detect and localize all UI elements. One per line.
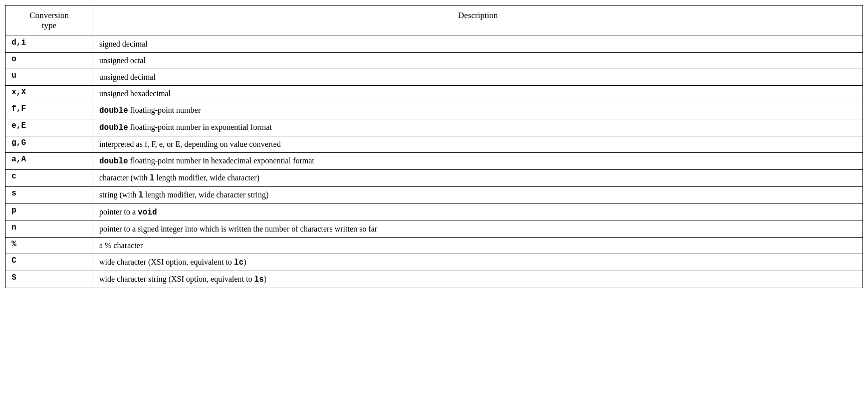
description-cell: string (with l length modifier, wide cha… — [93, 187, 863, 204]
mono-text: lc — [234, 258, 244, 267]
mono-text: void — [138, 208, 157, 217]
conversion-type-cell: n — [6, 221, 93, 238]
description-cell: character (with l length modifier, wide … — [93, 170, 863, 187]
table-row: x,Xunsigned hexadecimal — [6, 86, 863, 102]
mono-text: double — [99, 123, 128, 132]
description-cell: pointer to a void — [93, 204, 863, 221]
mono-text: l — [149, 174, 154, 183]
table-row: f,Fdouble floating-point number — [6, 102, 863, 119]
description-cell: unsigned decimal — [93, 69, 863, 86]
description-cell: pointer to a signed integer into which i… — [93, 221, 863, 238]
table-row: Cwide character (XSI option, equivalent … — [6, 254, 863, 271]
table-row: %a % character — [6, 238, 863, 254]
conversion-table: Conversiontype Description d,isigned dec… — [5, 5, 863, 288]
conversion-type-cell: C — [6, 254, 93, 271]
conversion-type-cell: f,F — [6, 102, 93, 119]
description-cell: a % character — [93, 238, 863, 254]
conversion-type-cell: p — [6, 204, 93, 221]
table-row: ounsigned octal — [6, 53, 863, 69]
mono-text: ls — [254, 275, 264, 284]
conversion-type-cell: o — [6, 53, 93, 69]
description-cell: double floating-point number in hexadeci… — [93, 153, 863, 170]
table-row: ccharacter (with l length modifier, wide… — [6, 170, 863, 187]
table-row: a,Adouble floating-point number in hexad… — [6, 153, 863, 170]
conversion-type-cell: x,X — [6, 86, 93, 102]
table-row: npointer to a signed integer into which … — [6, 221, 863, 238]
conversion-type-cell: g,G — [6, 136, 93, 153]
conversion-type-cell: s — [6, 187, 93, 204]
table-row: Swide character string (XSI option, equi… — [6, 271, 863, 288]
table-row: d,isigned decimal — [6, 36, 863, 53]
header-description: Description — [93, 6, 863, 36]
table-row: ppointer to a void — [6, 204, 863, 221]
mono-text: l — [138, 191, 143, 200]
conversion-type-cell: % — [6, 238, 93, 254]
description-cell: interpreted as f, F, e, or E, depending … — [93, 136, 863, 153]
mono-text: double — [99, 106, 128, 115]
conversion-type-cell: a,A — [6, 153, 93, 170]
table-row: sstring (with l length modifier, wide ch… — [6, 187, 863, 204]
description-cell: unsigned octal — [93, 53, 863, 69]
description-cell: signed decimal — [93, 36, 863, 53]
conversion-type-cell: c — [6, 170, 93, 187]
conversion-type-cell: u — [6, 69, 93, 86]
header-conversion-type: Conversiontype — [6, 6, 93, 36]
description-cell: wide character string (XSI option, equiv… — [93, 271, 863, 288]
description-cell: double floating-point number — [93, 102, 863, 119]
table-row: uunsigned decimal — [6, 69, 863, 86]
conversion-type-cell: d,i — [6, 36, 93, 53]
mono-text: double — [99, 157, 128, 166]
description-cell: double floating-point number in exponent… — [93, 119, 863, 136]
table-header-row: Conversiontype Description — [6, 6, 863, 36]
description-cell: unsigned hexadecimal — [93, 86, 863, 102]
table-row: g,Ginterpreted as f, F, e, or E, dependi… — [6, 136, 863, 153]
conversion-type-cell: S — [6, 271, 93, 288]
conversion-type-cell: e,E — [6, 119, 93, 136]
table-row: e,Edouble floating-point number in expon… — [6, 119, 863, 136]
description-cell: wide character (XSI option, equivalent t… — [93, 254, 863, 271]
